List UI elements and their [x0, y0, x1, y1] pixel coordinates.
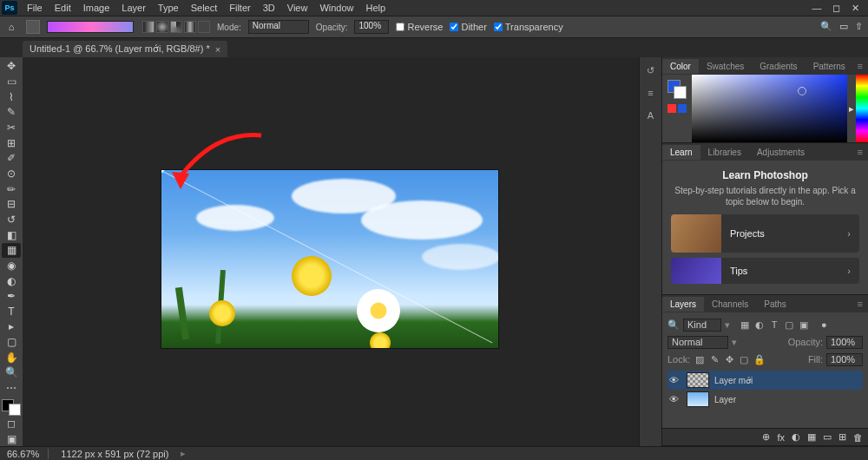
- mode-select[interactable]: Normal: [248, 20, 309, 34]
- char-panel-icon[interactable]: A: [643, 108, 659, 123]
- layer-thumbnail[interactable]: [687, 391, 709, 407]
- panel-menu-icon[interactable]: ≡: [858, 299, 868, 309]
- swatches-tab[interactable]: Swatches: [699, 59, 752, 74]
- gradients-tab[interactable]: Gradients: [752, 59, 805, 74]
- window-close-icon[interactable]: ✕: [847, 3, 863, 14]
- layer-name[interactable]: Layer: [714, 395, 736, 404]
- close-icon[interactable]: ×: [215, 44, 220, 55]
- menu-layer[interactable]: Layer: [115, 1, 152, 15]
- visibility-icon[interactable]: 👁: [669, 394, 681, 404]
- hand-tool[interactable]: ✋: [2, 350, 21, 365]
- menu-view[interactable]: View: [281, 1, 314, 15]
- layer-mask-icon[interactable]: ◐: [792, 431, 800, 443]
- panel-menu-icon[interactable]: ≡: [858, 147, 868, 157]
- layers-tab[interactable]: Layers: [662, 297, 704, 312]
- visibility-icon[interactable]: 👁: [669, 375, 681, 385]
- dodge-tool[interactable]: ◐: [2, 273, 21, 288]
- group-icon[interactable]: ▭: [823, 431, 832, 443]
- learn-tab[interactable]: Learn: [662, 145, 700, 160]
- more-tools[interactable]: ⋯: [2, 381, 21, 396]
- workspace-icon[interactable]: ▭: [839, 21, 848, 32]
- lock-paint-icon[interactable]: ✎: [708, 354, 720, 365]
- zoom-readout[interactable]: 66.67%: [7, 449, 49, 459]
- quick-mask-icon[interactable]: ◻: [2, 417, 21, 431]
- gradient-tool[interactable]: ▦: [2, 243, 21, 258]
- libraries-tab[interactable]: Libraries: [700, 145, 749, 160]
- lasso-tool[interactable]: ⌇: [2, 89, 21, 104]
- document-tab[interactable]: Untitled-1 @ 66.7% (Layer mới, RGB/8#) *…: [23, 41, 227, 57]
- layer-opacity-field[interactable]: 100%: [826, 336, 863, 349]
- filter-adjust-icon[interactable]: ◐: [753, 319, 766, 331]
- fill-field[interactable]: 100%: [826, 353, 863, 366]
- layer-row[interactable]: 👁 Layer mới: [667, 371, 863, 390]
- layer-filter-kind[interactable]: Kind: [683, 319, 721, 332]
- hue-slider-arrow[interactable]: ▸: [847, 75, 856, 142]
- history-panel-icon[interactable]: ↺: [643, 62, 659, 78]
- stamp-tool[interactable]: ⊟: [2, 197, 21, 212]
- window-minimize-icon[interactable]: —: [809, 3, 825, 14]
- lock-all-icon[interactable]: 🔒: [753, 354, 766, 365]
- learn-card-tips[interactable]: Tips ›: [671, 258, 859, 284]
- new-layer-icon[interactable]: ⊞: [838, 431, 846, 443]
- filter-toggle-icon[interactable]: ●: [818, 319, 830, 330]
- reverse-checkbox[interactable]: Reverse: [396, 22, 443, 32]
- menu-select[interactable]: Select: [185, 1, 224, 15]
- filter-type-icon[interactable]: T: [768, 319, 780, 330]
- layer-thumbnail[interactable]: [687, 372, 709, 388]
- zoom-tool[interactable]: 🔍: [2, 365, 21, 380]
- blend-mode-select[interactable]: Normal: [667, 336, 728, 349]
- lock-position-icon[interactable]: ✥: [723, 354, 735, 365]
- blur-tool[interactable]: ◉: [2, 259, 21, 273]
- menu-type[interactable]: Type: [152, 1, 185, 15]
- frame-tool[interactable]: ⊞: [2, 135, 21, 150]
- home-icon[interactable]: ⌂: [3, 19, 19, 35]
- filter-smart-icon[interactable]: ▣: [798, 319, 810, 331]
- adjustments-tab[interactable]: Adjustments: [749, 145, 812, 160]
- gradient-preview[interactable]: [47, 21, 134, 33]
- document-canvas[interactable]: [161, 170, 498, 348]
- layer-row[interactable]: 👁 Layer: [667, 390, 863, 409]
- patterns-tab[interactable]: Patterns: [806, 59, 853, 74]
- window-restore-icon[interactable]: ◻: [828, 3, 844, 14]
- delete-layer-icon[interactable]: 🗑: [853, 432, 863, 443]
- menu-3d[interactable]: 3D: [257, 1, 281, 15]
- pen-tool[interactable]: ✒: [2, 289, 21, 304]
- learn-card-projects[interactable]: Projects ›: [671, 214, 859, 253]
- menu-image[interactable]: Image: [77, 1, 116, 15]
- lock-transparency-icon[interactable]: ▨: [694, 354, 706, 365]
- gradient-reflected-icon[interactable]: [184, 21, 196, 33]
- history-brush-tool[interactable]: ↺: [2, 213, 21, 227]
- properties-panel-icon[interactable]: ≡: [643, 85, 659, 101]
- lock-artboard-icon[interactable]: ▢: [738, 354, 750, 365]
- layer-name[interactable]: Layer mới: [714, 376, 753, 385]
- gradient-linear-icon[interactable]: [142, 21, 155, 33]
- heal-tool[interactable]: ⊙: [2, 167, 21, 181]
- eyedropper-tool[interactable]: ✐: [2, 151, 21, 166]
- eraser-tool[interactable]: ◧: [2, 227, 21, 242]
- hue-strip[interactable]: [856, 75, 868, 142]
- search-icon[interactable]: 🔍: [820, 21, 832, 32]
- color-tab[interactable]: Color: [662, 59, 699, 74]
- menu-help[interactable]: Help: [360, 1, 392, 15]
- gradient-diamond-icon[interactable]: [198, 21, 210, 33]
- adjustment-layer-icon[interactable]: ▦: [807, 431, 816, 443]
- share-icon[interactable]: ⇧: [855, 21, 863, 32]
- link-layers-icon[interactable]: ⊕: [762, 431, 770, 443]
- paths-tab[interactable]: Paths: [756, 297, 794, 312]
- color-fgbg-swatch[interactable]: [667, 80, 687, 99]
- type-tool[interactable]: T: [2, 305, 21, 319]
- gradient-radial-icon[interactable]: [156, 21, 168, 33]
- screen-mode-icon[interactable]: ▣: [2, 431, 21, 446]
- dither-checkbox[interactable]: Dither: [450, 22, 486, 32]
- menu-file[interactable]: File: [21, 1, 49, 15]
- menu-window[interactable]: Window: [313, 1, 359, 15]
- opacity-field[interactable]: 100%: [354, 20, 389, 34]
- path-select-tool[interactable]: ▸: [2, 319, 21, 334]
- color-swatches[interactable]: [2, 399, 21, 415]
- color-picker-ring[interactable]: [798, 87, 806, 95]
- marquee-tool[interactable]: ▭: [2, 75, 21, 89]
- move-tool[interactable]: ✥: [2, 59, 21, 74]
- channels-tab[interactable]: Channels: [704, 297, 756, 312]
- gradient-angle-icon[interactable]: [170, 21, 182, 33]
- transparency-checkbox[interactable]: Transparency: [494, 22, 563, 32]
